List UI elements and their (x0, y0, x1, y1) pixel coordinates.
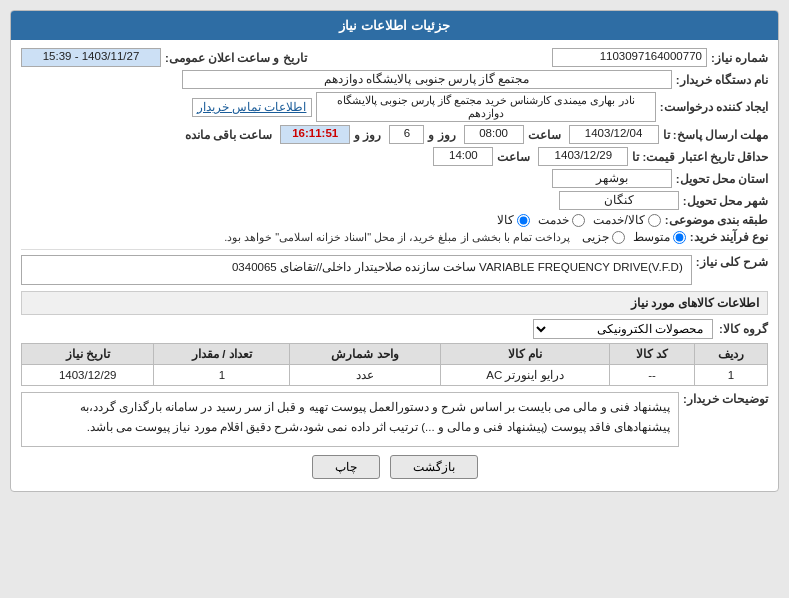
goods-table: ردیف کد کالا نام کالا واحد شمارش تعداد /… (21, 343, 768, 386)
purchase-note: پرداخت تمام با بخشی از مبلغ خرید، از محل… (224, 231, 570, 244)
need-desc-value: VARIABLE FREQUENCY DRIVE(V.F.D) ساخت ساز… (21, 255, 692, 285)
th-name: نام کالا (440, 344, 609, 365)
card-body: شماره نیاز: 1103097164000770 تاریخ و ساع… (11, 40, 778, 491)
goods-group-select[interactable]: محصولات الکترونیکی (533, 319, 713, 339)
td-date: 1403/12/29 (22, 365, 154, 386)
row-buyer-org: نام دستگاه خریدار: مجتمع گاز پارس جنوبی … (21, 70, 768, 89)
buyer-desc-text: پیشنهاد فنی و مالی می بایست بر اساس شرح … (80, 401, 670, 433)
th-date: تاریخ نیاز (22, 344, 154, 365)
table-header-row: ردیف کد کالا نام کالا واحد شمارش تعداد /… (22, 344, 768, 365)
remaining-label: ساعت باقی مانده (185, 128, 272, 142)
row-goods-group: گروه کالا: محصولات الکترونیکی (21, 319, 768, 339)
contact-link[interactable]: اطلاعات تماس خریدار (192, 98, 312, 117)
radio-jozi[interactable]: جزیی (582, 230, 625, 244)
radio-kala-khedmat[interactable]: کالا/خدمت (593, 213, 660, 227)
card-header: جزئیات اطلاعات نیاز (11, 11, 778, 40)
row-category: طبقه بندی موضوعی: کالا/خدمت خدمت کالا (21, 213, 768, 227)
page-title: جزئیات اطلاعات نیاز (339, 18, 449, 33)
response-time-label: ساعت (528, 128, 561, 142)
radio-motavaset[interactable]: متوسط (633, 230, 686, 244)
row-order-number: شماره نیاز: 1103097164000770 تاریخ و ساع… (21, 48, 768, 67)
purchase-type-radio-group: متوسط جزیی (582, 230, 686, 244)
td-name: درایو اینورتر AC (440, 365, 609, 386)
radio-khedmat[interactable]: خدمت (538, 213, 585, 227)
row-province: استان محل تحویل: بوشهر (21, 169, 768, 188)
table-row: 1--درایو اینورتر ACعدد11403/12/29 (22, 365, 768, 386)
td-quantity: 1 (154, 365, 290, 386)
radio-khedmat-input[interactable] (572, 214, 585, 227)
purchase-type-label: نوع فرآیند خرید: (690, 230, 768, 244)
row-city: شهر محل تحویل: کنگان (21, 191, 768, 210)
creator-value: نادر بهاری میمندی کارشناس خرید مجتمع گاز… (316, 92, 656, 122)
th-unit: واحد شمارش (290, 344, 440, 365)
radio-kala-khedmat-input[interactable] (648, 214, 661, 227)
radio-kala-input[interactable] (517, 214, 530, 227)
city-value: کنگان (559, 191, 679, 210)
buyer-desc-value: پیشنهاد فنی و مالی می بایست بر اساس شرح … (21, 392, 679, 447)
radio-kala[interactable]: کالا (497, 213, 530, 227)
response-day: 6 (389, 125, 424, 144)
radio-motavaset-input[interactable] (673, 231, 686, 244)
order-number-label: شماره نیاز: (711, 51, 768, 65)
td-code: -- (610, 365, 695, 386)
need-desc-text: VARIABLE FREQUENCY DRIVE(V.F.D) ساخت ساز… (232, 261, 683, 273)
buyer-desc-label: توضیحات خریدار: (683, 392, 768, 406)
row-purchase-type: نوع فرآیند خرید: متوسط جزیی پرداخت تمام … (21, 230, 768, 244)
response-remaining: 16:11:51 (280, 125, 350, 144)
price-time: 14:00 (433, 147, 493, 166)
category-label: طبقه بندی موضوعی: (665, 213, 768, 227)
row-need-desc: شرح کلی نیاز: VARIABLE FREQUENCY DRIVE(V… (21, 255, 768, 285)
province-value: بوشهر (552, 169, 672, 188)
date-value: 1403/11/27 - 15:39 (21, 48, 161, 67)
city-label: شهر محل تحویل: (683, 194, 768, 208)
goods-group-label: گروه کالا: (719, 322, 768, 336)
goods-table-body: 1--درایو اینورتر ACعدد11403/12/29 (22, 365, 768, 386)
province-label: استان محل تحویل: (676, 172, 768, 186)
th-quantity: تعداد / مقدار (154, 344, 290, 365)
date-label: تاریخ و ساعت اعلان عمومی: (165, 51, 307, 65)
main-card: جزئیات اطلاعات نیاز شماره نیاز: 11030971… (10, 10, 779, 492)
row-creator: ایجاد کننده درخواست: نادر بهاری میمندی ک… (21, 92, 768, 122)
response-time: 08:00 (464, 125, 524, 144)
goods-info-header: اطلاعات کالاهای مورد نیاز (21, 291, 768, 315)
buyer-org-label: نام دستگاه خریدار: (676, 73, 768, 87)
th-row: ردیف (694, 344, 767, 365)
th-code: کد کالا (610, 344, 695, 365)
response-day-label: روز و (428, 128, 455, 142)
button-row: بازگشت چاپ (21, 455, 768, 479)
category-radio-group: کالا/خدمت خدمت کالا (497, 213, 660, 227)
price-date: 1403/12/29 (538, 147, 628, 166)
response-deadline-label: مهلت ارسال پاسخ: تا (663, 128, 768, 142)
row-buyer-desc: توضیحات خریدار: پیشنهاد فنی و مالی می با… (21, 392, 768, 447)
response-date: 1403/12/04 (569, 125, 659, 144)
row-response-deadline: مهلت ارسال پاسخ: تا 1403/12/04 ساعت 08:0… (21, 125, 768, 144)
price-time-label: ساعت (497, 150, 530, 164)
order-number-value: 1103097164000770 (552, 48, 707, 67)
td-row: 1 (694, 365, 767, 386)
back-button[interactable]: بازگشت (390, 455, 478, 479)
td-unit: عدد (290, 365, 440, 386)
page-wrapper: جزئیات اطلاعات نیاز شماره نیاز: 11030971… (0, 0, 789, 598)
response-remaining-label: روز و (354, 128, 381, 142)
need-desc-label: شرح کلی نیاز: (696, 255, 768, 269)
radio-jozi-input[interactable] (612, 231, 625, 244)
buyer-org-value: مجتمع گاز پارس جنوبی پالایشگاه دوازدهم (182, 70, 672, 89)
price-deadline-label: حداقل تاریخ اعتبار قیمت: تا (632, 150, 768, 164)
divider-1 (21, 249, 768, 250)
creator-label: ایجاد کننده درخواست: (660, 100, 768, 114)
print-button[interactable]: چاپ (312, 455, 380, 479)
row-price-deadline: حداقل تاریخ اعتبار قیمت: تا 1403/12/29 س… (21, 147, 768, 166)
